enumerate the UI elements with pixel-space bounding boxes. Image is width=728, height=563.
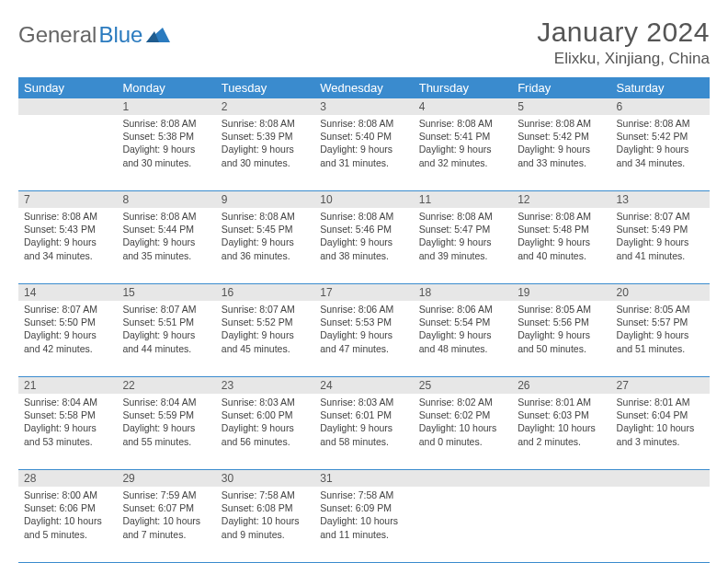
weekday-header: SundayMondayTuesdayWednesdayThursdayFrid… [18, 77, 710, 98]
day-cell: Sunrise: 8:08 AMSunset: 5:42 PMDaylight:… [611, 115, 710, 190]
daylight-text: Daylight: 9 hours and 33 minutes. [518, 143, 605, 168]
weekday-thursday: Thursday [414, 77, 512, 98]
day-number: 17 [314, 284, 413, 301]
sunset-text: Sunset: 6:08 PM [222, 501, 309, 514]
daylight-text: Daylight: 9 hours and 58 minutes. [320, 421, 407, 447]
day-cell-body: Sunrise: 8:08 AMSunset: 5:41 PMDaylight:… [414, 115, 512, 175]
day-cell-body: Sunrise: 7:58 AMSunset: 6:09 PMDaylight:… [314, 487, 413, 546]
day-cell: Sunrise: 7:59 AMSunset: 6:07 PMDaylight:… [117, 487, 215, 562]
sunrise-text: Sunrise: 8:03 AM [222, 396, 309, 408]
sunrise-text: Sunrise: 8:05 AM [617, 303, 704, 316]
daylight-text: Daylight: 10 hours and 5 minutes. [24, 514, 111, 540]
location-label: Elixku, Xinjiang, China [537, 50, 710, 68]
day-cell: Sunrise: 8:08 AMSunset: 5:45 PMDaylight:… [216, 208, 314, 283]
sunset-text: Sunset: 5:39 PM [222, 130, 309, 143]
week-row: Sunrise: 8:08 AMSunset: 5:38 PMDaylight:… [18, 115, 710, 191]
day-cell-body: Sunrise: 8:07 AMSunset: 5:51 PMDaylight:… [117, 301, 215, 361]
day-cell: Sunrise: 8:02 AMSunset: 6:02 PMDaylight:… [414, 394, 512, 469]
day-number: 27 [611, 377, 710, 394]
brand-part2: Blue [98, 22, 142, 48]
daylight-text: Daylight: 10 hours and 11 minutes. [320, 514, 407, 540]
weekday-wednesday: Wednesday [314, 77, 413, 98]
day-number: 14 [18, 284, 117, 301]
sunset-text: Sunset: 6:03 PM [518, 408, 605, 421]
sunrise-text: Sunrise: 8:08 AM [222, 210, 309, 223]
daylight-text: Daylight: 9 hours and 30 minutes. [222, 143, 309, 168]
sunset-text: Sunset: 5:45 PM [222, 223, 309, 236]
week-row: Sunrise: 8:04 AMSunset: 5:58 PMDaylight:… [18, 394, 710, 470]
sunrise-text: Sunrise: 8:04 AM [122, 396, 210, 408]
sunset-text: Sunset: 5:43 PM [24, 223, 111, 236]
sunset-text: Sunset: 6:00 PM [222, 408, 309, 421]
day-cell-body: Sunrise: 8:02 AMSunset: 6:02 PMDaylight:… [414, 394, 512, 454]
daylight-text: Daylight: 9 hours and 44 minutes. [122, 328, 210, 354]
day-cell-body: Sunrise: 8:08 AMSunset: 5:39 PMDaylight:… [216, 115, 314, 175]
day-cell-body: Sunrise: 8:07 AMSunset: 5:52 PMDaylight:… [216, 301, 314, 361]
week-row: Sunrise: 8:07 AMSunset: 5:50 PMDaylight:… [18, 301, 710, 377]
day-cell [18, 115, 117, 190]
day-number: 28 [18, 470, 117, 487]
sunset-text: Sunset: 5:47 PM [419, 223, 506, 236]
day-cell-body: Sunrise: 8:08 AMSunset: 5:47 PMDaylight:… [414, 208, 512, 268]
weekday-sunday: Sunday [18, 77, 117, 98]
day-number: 5 [512, 98, 610, 115]
day-cell: Sunrise: 8:00 AMSunset: 6:06 PMDaylight:… [18, 487, 117, 562]
day-cell-body: Sunrise: 8:08 AMSunset: 5:44 PMDaylight:… [117, 208, 215, 268]
daylight-text: Daylight: 9 hours and 45 minutes. [222, 328, 309, 354]
sunrise-text: Sunrise: 8:06 AM [419, 303, 506, 316]
sunset-text: Sunset: 5:51 PM [122, 316, 210, 328]
day-number: 23 [216, 377, 314, 394]
sunset-text: Sunset: 5:49 PM [617, 223, 704, 236]
day-cell: Sunrise: 8:08 AMSunset: 5:38 PMDaylight:… [117, 115, 215, 190]
day-cell-body: Sunrise: 8:08 AMSunset: 5:45 PMDaylight:… [216, 208, 314, 268]
sunrise-text: Sunrise: 7:58 AM [320, 488, 407, 501]
day-number: 1 [117, 98, 215, 115]
day-cell: Sunrise: 7:58 AMSunset: 6:09 PMDaylight:… [314, 487, 413, 562]
day-number: 7 [18, 191, 117, 208]
day-number: 29 [117, 470, 215, 487]
day-cell: Sunrise: 8:07 AMSunset: 5:50 PMDaylight:… [18, 301, 117, 376]
daynum-row: 14151617181920 [18, 284, 710, 301]
sunset-text: Sunset: 6:01 PM [320, 408, 407, 421]
day-cell-body: Sunrise: 8:04 AMSunset: 5:59 PMDaylight:… [117, 394, 215, 454]
day-cell: Sunrise: 8:08 AMSunset: 5:48 PMDaylight:… [512, 208, 610, 283]
day-number: 18 [414, 284, 512, 301]
day-cell [611, 487, 710, 562]
sunrise-text: Sunrise: 8:08 AM [617, 117, 704, 130]
day-cell-body: Sunrise: 8:08 AMSunset: 5:48 PMDaylight:… [512, 208, 610, 268]
day-cell: Sunrise: 8:08 AMSunset: 5:44 PMDaylight:… [117, 208, 215, 283]
sunset-text: Sunset: 5:57 PM [617, 316, 704, 328]
sunset-text: Sunset: 5:50 PM [24, 316, 111, 328]
sunset-text: Sunset: 6:07 PM [122, 501, 210, 514]
day-cell: Sunrise: 8:08 AMSunset: 5:47 PMDaylight:… [414, 208, 512, 283]
sunset-text: Sunset: 5:42 PM [617, 130, 704, 143]
weekday-tuesday: Tuesday [216, 77, 314, 98]
sunset-text: Sunset: 5:52 PM [222, 316, 309, 328]
day-cell-body: Sunrise: 8:07 AMSunset: 5:49 PMDaylight:… [611, 208, 710, 268]
daylight-text: Daylight: 9 hours and 51 minutes. [617, 328, 704, 354]
day-cell: Sunrise: 8:07 AMSunset: 5:49 PMDaylight:… [611, 208, 710, 283]
day-cell-body: Sunrise: 8:00 AMSunset: 6:06 PMDaylight:… [18, 487, 117, 546]
sunset-text: Sunset: 5:42 PM [518, 130, 605, 143]
sunrise-text: Sunrise: 8:08 AM [419, 210, 506, 223]
day-number [18, 98, 117, 115]
week-row: Sunrise: 8:08 AMSunset: 5:43 PMDaylight:… [18, 208, 710, 284]
day-number: 2 [216, 98, 314, 115]
day-cell [512, 487, 610, 562]
daylight-text: Daylight: 10 hours and 3 minutes. [617, 421, 704, 447]
weekday-saturday: Saturday [611, 77, 710, 98]
day-cell: Sunrise: 8:07 AMSunset: 5:51 PMDaylight:… [117, 301, 215, 376]
sunrise-text: Sunrise: 8:07 AM [222, 303, 309, 316]
day-cell-body [512, 487, 610, 494]
sunrise-text: Sunrise: 8:08 AM [518, 210, 605, 223]
daylight-text: Daylight: 9 hours and 47 minutes. [320, 328, 407, 354]
day-cell-body: Sunrise: 8:08 AMSunset: 5:38 PMDaylight:… [117, 115, 215, 175]
daylight-text: Daylight: 9 hours and 30 minutes. [122, 143, 210, 168]
day-cell: Sunrise: 8:08 AMSunset: 5:40 PMDaylight:… [314, 115, 413, 190]
sunrise-text: Sunrise: 8:00 AM [24, 488, 111, 501]
calendar: SundayMondayTuesdayWednesdayThursdayFrid… [18, 77, 710, 563]
sunrise-text: Sunrise: 8:08 AM [320, 117, 407, 130]
daylight-text: Daylight: 10 hours and 0 minutes. [419, 421, 506, 447]
daylight-text: Daylight: 9 hours and 48 minutes. [419, 328, 506, 354]
day-cell: Sunrise: 8:03 AMSunset: 6:00 PMDaylight:… [216, 394, 314, 469]
